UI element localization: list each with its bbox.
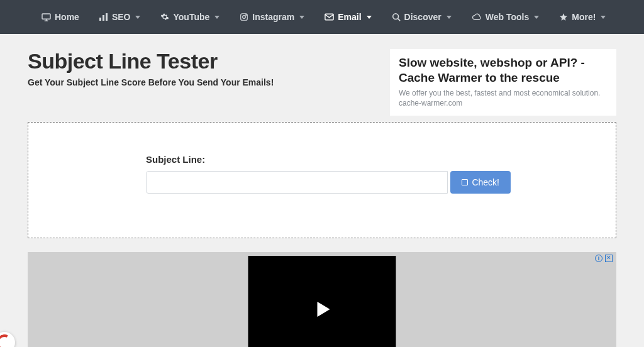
svg-rect-1 — [99, 18, 101, 21]
chevron-down-icon — [367, 16, 372, 19]
nav-email-label: Email — [338, 12, 361, 22]
page-subtitle: Get Your Subject Line Score Before You S… — [28, 77, 274, 87]
chevron-down-icon — [299, 16, 304, 19]
nav-webtools[interactable]: Web Tools — [462, 0, 549, 34]
nav-more[interactable]: More! — [549, 0, 616, 34]
chart-icon — [99, 13, 108, 21]
svg-rect-3 — [106, 13, 108, 21]
svg-point-5 — [243, 16, 246, 19]
nav-discover[interactable]: Discover — [382, 0, 462, 34]
nav-more-label: More! — [572, 12, 596, 22]
page-title: Subject Line Tester — [28, 49, 274, 74]
nav-instagram[interactable]: Instagram — [230, 0, 314, 34]
svg-rect-2 — [103, 15, 104, 21]
nav-email[interactable]: Email — [314, 0, 381, 34]
nav-webtools-label: Web Tools — [486, 12, 529, 22]
check-icon — [462, 179, 468, 185]
monitor-icon — [42, 13, 51, 21]
ad-video[interactable] — [248, 256, 396, 347]
page-header: Subject Line Tester Get Your Subject Lin… — [28, 49, 616, 116]
instagram-icon — [240, 13, 248, 21]
svg-point-6 — [246, 14, 247, 15]
chevron-down-icon — [214, 16, 219, 19]
mail-icon — [325, 13, 334, 21]
sidebar-ad[interactable]: Slow website, webshop or API? - Cache Wa… — [390, 49, 616, 116]
subject-line-input[interactable] — [146, 171, 448, 194]
star-icon — [559, 13, 568, 21]
play-icon — [317, 302, 330, 317]
chevron-down-icon — [447, 16, 452, 19]
corner-widget[interactable] — [0, 332, 15, 347]
svg-point-8 — [392, 14, 398, 19]
nav-seo-label: SEO — [112, 12, 131, 22]
check-button[interactable]: Check! — [450, 171, 511, 194]
top-nav: Home SEO YouTube Instagram Email Discove… — [0, 0, 644, 34]
chevron-down-icon — [601, 16, 606, 19]
nav-youtube[interactable]: YouTube — [150, 0, 230, 34]
svg-rect-0 — [42, 13, 50, 18]
svg-rect-7 — [325, 14, 333, 19]
bottom-ad: i ✕ — [28, 252, 616, 347]
nav-discover-label: Discover — [404, 12, 441, 22]
ad-title: Slow website, webshop or API? - Cache Wa… — [399, 55, 608, 85]
chevron-down-icon — [135, 16, 140, 19]
ad-desc: We offer you the best, fastest and most … — [399, 88, 608, 108]
title-block: Subject Line Tester Get Your Subject Lin… — [28, 49, 274, 87]
nav-instagram-label: Instagram — [252, 12, 294, 22]
search-icon — [392, 13, 401, 21]
subject-line-label: Subject Line: — [146, 154, 511, 165]
chevron-down-icon — [534, 16, 539, 19]
nav-home[interactable]: Home — [31, 0, 89, 34]
nav-home-label: Home — [55, 12, 79, 22]
check-button-label: Check! — [472, 177, 499, 187]
cloud-icon — [472, 13, 482, 21]
ad-close-icon[interactable]: ✕ — [605, 255, 613, 262]
nav-youtube-label: YouTube — [173, 12, 209, 22]
tool-panel: Subject Line: Check! — [28, 122, 616, 238]
ad-info-icon[interactable]: i — [595, 255, 602, 262]
gear-icon — [160, 13, 169, 21]
nav-seo[interactable]: SEO — [89, 0, 151, 34]
